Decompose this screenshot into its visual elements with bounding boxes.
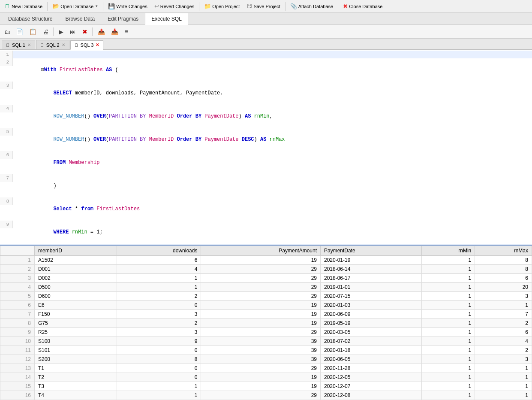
- write-changes-button[interactable]: 💾 Write Changes: [105, 1, 150, 12]
- table-row: 10S1009392018-07-0214: [0, 337, 532, 346]
- editor-line-1: 1: [0, 51, 532, 58]
- cell-rnmax: 3: [475, 355, 532, 364]
- table-row: 7F1503192020-06-0917: [0, 310, 532, 319]
- sql-tab-1-close[interactable]: ✕: [27, 42, 31, 47]
- sql-open-file-button[interactable]: 🗂: [2, 27, 13, 37]
- cell-memberid: T1: [35, 364, 117, 373]
- sql-tab-2-close[interactable]: ✕: [61, 42, 66, 47]
- sql-tab-3-close[interactable]: ✕: [95, 42, 99, 47]
- cell-paymentamount: 39: [201, 346, 321, 355]
- sql-print-button[interactable]: 🖨: [40, 27, 51, 37]
- cell-rnmax: 3: [475, 292, 532, 301]
- sql-tab-1[interactable]: 🗒 SQL 1 ✕: [2, 40, 35, 49]
- cell-downloads: 2: [117, 319, 201, 328]
- separator-1: [47, 2, 48, 11]
- cell-rnmax: 20: [475, 283, 532, 292]
- close-database-button[interactable]: ✖ Close Database: [340, 1, 385, 12]
- sql-save-as-button[interactable]: 📋: [26, 27, 39, 37]
- cell-memberid: T3: [35, 382, 117, 391]
- editor-line-6: 6 FROM Membership: [0, 151, 532, 174]
- sql-tab-3[interactable]: 🗒 SQL 3 ✕: [70, 40, 104, 50]
- sql-import-button[interactable]: 📥: [109, 27, 120, 37]
- row-num-cell: 14: [0, 373, 35, 382]
- cell-rnmin: 1: [422, 328, 475, 337]
- open-database-button[interactable]: 📂 Open Database ▼: [49, 1, 101, 12]
- tab-edit-pragmas[interactable]: Edit Pragmas: [101, 13, 145, 24]
- sql-stop-button[interactable]: ✖: [79, 27, 90, 37]
- tab-browse-data[interactable]: Browse Data: [59, 13, 101, 24]
- table-row: 8G752192019-05-1912: [0, 319, 532, 328]
- cell-rnmax: 4: [475, 337, 532, 346]
- export-icon: 📤: [98, 28, 105, 35]
- col-header-paymentdate: PaymentDate: [321, 246, 422, 256]
- cell-downloads: 0: [117, 301, 201, 310]
- row-num-cell: 2: [0, 265, 35, 274]
- sql-comment-button[interactable]: ≡: [121, 27, 132, 37]
- sql-tab-2-icon: 🗒: [40, 42, 45, 48]
- attach-database-icon: 📎: [290, 3, 297, 9]
- cell-paymentamount: 29: [201, 328, 321, 337]
- sec-separator-1: [53, 27, 54, 36]
- save-as-icon: 📋: [29, 28, 36, 35]
- run-icon: ▶: [59, 28, 63, 35]
- cell-memberid: G75: [35, 319, 117, 328]
- table-row: 4D5001292019-01-01120: [0, 283, 532, 292]
- attach-database-button[interactable]: 📎 Attach Database: [287, 1, 336, 12]
- row-num-cell: 16: [0, 391, 35, 400]
- col-header-memberid: memberID: [35, 246, 117, 256]
- cell-downloads: 4: [117, 265, 201, 274]
- table-row: 12S2008392020-06-0513: [0, 355, 532, 364]
- sql-tab-2[interactable]: 🗒 SQL 2 ✕: [36, 40, 69, 49]
- table-row: 9R253292020-03-0516: [0, 328, 532, 337]
- row-num-cell: 6: [0, 301, 35, 310]
- row-num-cell: 13: [0, 364, 35, 373]
- cell-rnmax: 1: [475, 391, 532, 400]
- cell-memberid: S200: [35, 355, 117, 364]
- cell-paymentdate: 2018-07-02: [321, 337, 422, 346]
- cell-downloads: 2: [117, 292, 201, 301]
- cell-paymentdate: 2020-12-08: [321, 391, 422, 400]
- cell-paymentamount: 19: [201, 301, 321, 310]
- open-project-button[interactable]: 📁 Open Project: [201, 1, 243, 12]
- open-file-icon: 🗂: [4, 28, 10, 35]
- row-num-cell: 1: [0, 256, 35, 265]
- save-project-label: Save Project: [253, 4, 280, 9]
- cell-downloads: 1: [117, 283, 201, 292]
- cell-memberid: F150: [35, 310, 117, 319]
- cell-rnmin: 1: [422, 346, 475, 355]
- row-num-cell: 8: [0, 319, 35, 328]
- results-tbody: 1A15026192020-01-19182D0014292018-06-141…: [0, 256, 532, 400]
- revert-changes-button[interactable]: ↩ Revert Changes: [151, 1, 198, 12]
- secondary-toolbar: 🗂 📄 📋 🖨 ▶ ⏭ ✖ 📤 📥 ≡: [0, 25, 532, 39]
- cell-paymentamount: 19: [201, 373, 321, 382]
- sql-export-button[interactable]: 📤: [94, 27, 108, 37]
- save-project-button[interactable]: 🖫 Save Project: [243, 1, 283, 12]
- sql-run-button[interactable]: ▶: [55, 27, 66, 37]
- cell-memberid: T2: [35, 373, 117, 382]
- cell-rnmin: 1: [422, 283, 475, 292]
- cell-paymentdate: 2020-06-05: [321, 355, 422, 364]
- tab-execute-sql[interactable]: Execute SQL: [145, 13, 188, 25]
- separator-5: [338, 2, 338, 11]
- separator-2: [103, 2, 103, 11]
- table-row: 11S1010392020-01-1812: [0, 346, 532, 355]
- sql-editor[interactable]: 1 2 ⊟With FirstLastDates AS ( 3 SELECT m…: [0, 50, 532, 245]
- sql-save-file-button[interactable]: 📄: [14, 27, 25, 37]
- editor-line-8: 8 Select * from FirstLastDates: [0, 197, 532, 221]
- cell-rnmax: 1: [475, 382, 532, 391]
- cell-paymentamount: 39: [201, 355, 321, 364]
- top-toolbar: 🗒 New Database 📂 Open Database ▼ 💾 Write…: [0, 0, 532, 13]
- print-icon: 🖨: [43, 28, 49, 35]
- table-row: 14T20192020-12-0511: [0, 373, 532, 382]
- save-project-icon: 🖫: [246, 3, 252, 9]
- cell-rnmin: 1: [422, 274, 475, 283]
- table-row: 5D6002292020-07-1513: [0, 292, 532, 301]
- new-database-button[interactable]: 🗒 New Database: [2, 1, 45, 12]
- stop-icon: ✖: [82, 28, 87, 35]
- row-num-cell: 5: [0, 292, 35, 301]
- sql-tab-3-label: SQL 3: [81, 42, 94, 48]
- tab-database-structure[interactable]: Database Structure: [2, 13, 59, 24]
- results-area[interactable]: memberID downloads PaymentAmount Payment…: [0, 245, 532, 400]
- sql-step-button[interactable]: ⏭: [67, 27, 78, 37]
- cell-rnmin: 1: [422, 382, 475, 391]
